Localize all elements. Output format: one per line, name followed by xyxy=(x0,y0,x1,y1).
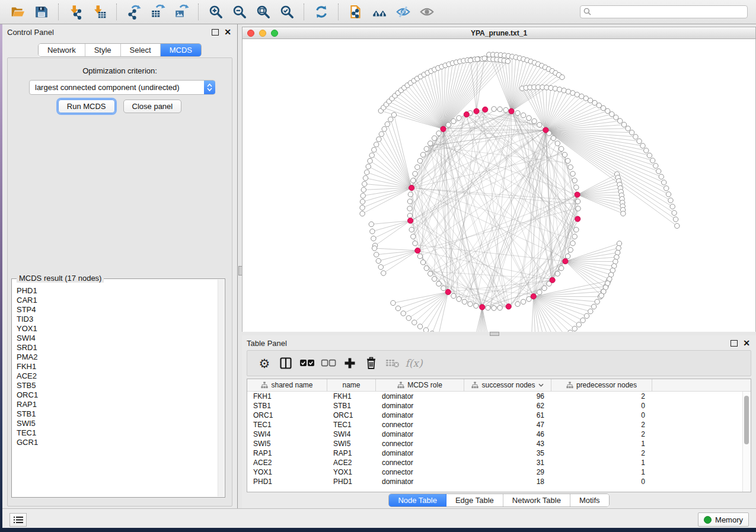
mcds-result-item[interactable]: TEC1 xyxy=(17,428,218,438)
network-node[interactable] xyxy=(451,118,456,123)
table-tab-node-table[interactable]: Node Table xyxy=(389,494,446,507)
network-leaf-node[interactable] xyxy=(647,153,652,158)
add-icon[interactable] xyxy=(341,354,359,372)
network-leaf-node[interactable] xyxy=(584,313,589,318)
network-node[interactable] xyxy=(428,271,433,276)
cell-name[interactable]: FKH1 xyxy=(327,392,376,400)
network-node[interactable] xyxy=(428,141,433,146)
cell-shared_name[interactable]: YOX1 xyxy=(247,468,327,476)
network-leaf-node[interactable] xyxy=(369,222,374,226)
cell-predecessor_nodes[interactable]: 2 xyxy=(551,449,652,457)
columns-icon[interactable] xyxy=(277,354,295,372)
cell-name[interactable]: SWI4 xyxy=(327,430,376,438)
network-node[interactable] xyxy=(576,206,580,211)
cell-name[interactable]: RAP1 xyxy=(327,449,376,457)
network-leaf-node[interactable] xyxy=(614,115,618,120)
network-leaf-node[interactable] xyxy=(650,158,655,163)
network-leaf-node[interactable] xyxy=(372,148,377,152)
network-leaf-node[interactable] xyxy=(656,169,661,174)
cell-mcds_role[interactable]: dominator xyxy=(376,411,464,419)
column-header-shared-name[interactable]: shared name xyxy=(247,379,327,391)
network-node[interactable] xyxy=(568,165,573,169)
table-row[interactable]: YOX1YOX1connector291 xyxy=(247,467,751,477)
network-node[interactable] xyxy=(559,266,564,271)
network-node[interactable] xyxy=(415,165,420,169)
network-leaf-node[interactable] xyxy=(365,170,369,175)
network-leaf-node[interactable] xyxy=(423,328,428,332)
network-hub-node[interactable] xyxy=(445,289,451,294)
network-node[interactable] xyxy=(555,141,560,146)
network-node[interactable] xyxy=(407,199,412,204)
memory-button[interactable]: Memory xyxy=(698,512,749,527)
mcds-result-item[interactable]: ACE2 xyxy=(17,371,218,381)
network-hub-node[interactable] xyxy=(575,192,580,197)
network-node[interactable] xyxy=(521,113,525,117)
cell-shared_name[interactable]: PHD1 xyxy=(247,477,327,486)
network-node[interactable] xyxy=(562,152,567,157)
network-canvas[interactable] xyxy=(242,39,756,332)
network-hub-node[interactable] xyxy=(543,127,548,133)
eye-icon[interactable] xyxy=(417,3,437,21)
float-panel-icon[interactable] xyxy=(212,29,219,36)
network-node[interactable] xyxy=(417,158,422,163)
export-image-icon[interactable] xyxy=(171,3,192,21)
network-node[interactable] xyxy=(413,171,417,176)
table-tab-network-table[interactable]: Network Table xyxy=(503,494,570,507)
network-leaf-node[interactable] xyxy=(672,210,677,215)
zoom-out-icon[interactable] xyxy=(229,3,250,21)
cell-mcds_role[interactable]: dominator xyxy=(376,477,464,486)
network-node[interactable] xyxy=(474,303,479,308)
network-leaf-node[interactable] xyxy=(670,204,675,209)
network-node[interactable] xyxy=(411,234,416,239)
network-node[interactable] xyxy=(409,227,414,232)
network-leaf-node[interactable] xyxy=(653,164,658,168)
tab-network[interactable]: Network xyxy=(39,44,85,56)
cell-successor_nodes[interactable]: 96 xyxy=(464,392,551,400)
close-table-panel-icon[interactable]: ✕ xyxy=(743,339,750,347)
network-leaf-node[interactable] xyxy=(615,250,620,255)
network-node[interactable] xyxy=(424,146,429,151)
network-hub-node[interactable] xyxy=(441,126,446,132)
network-node[interactable] xyxy=(497,305,502,310)
network-node[interactable] xyxy=(537,123,542,127)
network-leaf-node[interactable] xyxy=(468,58,473,63)
cell-name[interactable]: STB1 xyxy=(327,402,376,410)
cell-successor_nodes[interactable]: 18 xyxy=(464,477,551,486)
cell-name[interactable]: TEC1 xyxy=(327,421,376,429)
network-node[interactable] xyxy=(574,185,579,190)
network-leaf-node[interactable] xyxy=(406,316,411,321)
close-panel-button[interactable]: Close panel xyxy=(123,100,182,113)
network-leaf-node[interactable] xyxy=(576,322,581,327)
network-hub-node[interactable] xyxy=(506,304,511,309)
network-leaf-node[interactable] xyxy=(617,241,621,246)
network-node[interactable] xyxy=(497,107,502,111)
table-row[interactable]: STB1STB1dominator620 xyxy=(247,401,751,411)
mcds-result-item[interactable]: FKH1 xyxy=(17,362,218,371)
table-row[interactable]: SWI4SWI4dominator462 xyxy=(247,430,751,439)
network-leaf-node[interactable] xyxy=(378,265,383,270)
network-node[interactable] xyxy=(492,107,496,111)
network-leaf-node[interactable] xyxy=(395,306,400,310)
table-tab-edge-table[interactable]: Edge Table xyxy=(446,494,503,507)
network-leaf-node[interactable] xyxy=(675,223,680,228)
tab-mcds[interactable]: MCDS xyxy=(161,44,201,56)
unselect-all-icon[interactable] xyxy=(320,354,337,372)
mcds-result-item[interactable]: STB1 xyxy=(17,409,218,419)
network-leaf-node[interactable] xyxy=(505,59,510,63)
network-leaf-node[interactable] xyxy=(580,318,585,323)
network-node[interactable] xyxy=(532,118,537,123)
network-leaf-node[interactable] xyxy=(614,255,619,259)
network-node[interactable] xyxy=(436,131,441,136)
mcds-result-item[interactable]: GCR1 xyxy=(17,438,218,447)
network-node[interactable] xyxy=(559,146,564,151)
network-leaf-node[interactable] xyxy=(475,57,480,62)
network-leaf-node[interactable] xyxy=(640,143,645,148)
mcds-result-item[interactable]: SRD1 xyxy=(17,343,218,352)
network-leaf-node[interactable] xyxy=(572,326,577,331)
cell-name[interactable]: YOX1 xyxy=(327,468,376,476)
table-row[interactable]: SWI5SWI5connector431 xyxy=(247,439,751,448)
network-node[interactable] xyxy=(432,136,436,140)
network-node[interactable] xyxy=(515,302,520,306)
cell-name[interactable]: ACE2 xyxy=(327,459,376,467)
network-leaf-node[interactable] xyxy=(673,217,678,222)
